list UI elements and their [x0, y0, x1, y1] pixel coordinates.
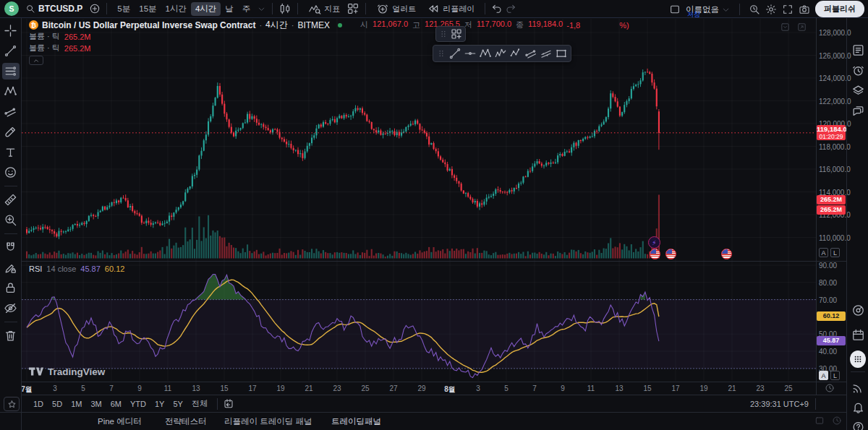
chart-style-icon[interactable] — [278, 2, 292, 15]
us-flag-event-sticker[interactable] — [665, 249, 676, 259]
snapshot-camera-icon[interactable] — [799, 4, 810, 15]
objects-grid-icon[interactable] — [450, 27, 463, 40]
interval-label[interactable]: 4시간 — [265, 19, 288, 31]
compare-add-icon[interactable] — [89, 3, 101, 14]
multi-lines-tool[interactable] — [2, 63, 20, 79]
legend-collapse-button[interactable] — [29, 56, 43, 65]
scale-log-button[interactable]: L — [830, 371, 840, 380]
parallel-channel-tool[interactable] — [2, 103, 20, 120]
redo-icon[interactable] — [505, 3, 516, 14]
timeframe-15분[interactable]: 15분 — [135, 2, 161, 16]
calendar-button[interactable] — [850, 327, 866, 343]
quick-search-icon[interactable] — [749, 4, 760, 15]
tab-replay-trading-panel[interactable]: 리플레이 트레이딩 패널 — [224, 416, 312, 427]
publish-button[interactable]: 퍼블리쉬 — [815, 1, 864, 17]
range-6M-button[interactable]: 6M — [106, 397, 126, 410]
floating-drawing-toolbar[interactable] — [433, 45, 571, 62]
drag-handle-icon[interactable] — [436, 47, 446, 60]
crosshair-tool[interactable] — [2, 22, 20, 39]
indicator-templates-icon[interactable] — [346, 2, 359, 15]
remove-drawings-tool[interactable] — [2, 327, 20, 344]
undo-icon[interactable] — [491, 3, 503, 14]
account-avatar[interactable]: S — [4, 1, 19, 16]
us-flag-event-sticker[interactable] — [650, 249, 660, 259]
settings-gear-icon[interactable] — [765, 4, 777, 15]
ruler-tool[interactable] — [2, 192, 20, 208]
range-1Y-button[interactable]: 1Y — [150, 397, 169, 410]
floating-mini-toolbar[interactable] — [435, 26, 466, 42]
symbol-title[interactable]: Bitcoin / US Dollar Perpetual Inverse Sw… — [42, 20, 255, 30]
rsi-legend[interactable]: RSI 14 close 45.87 60.12 — [29, 265, 124, 273]
market-status-dot[interactable] — [338, 23, 342, 27]
tab-strategy-tester[interactable]: 전략테스터 — [165, 416, 207, 427]
timeframe-날[interactable]: 날 — [221, 2, 238, 16]
watchlist-button[interactable] — [850, 42, 866, 58]
range-5D-button[interactable]: 5D — [48, 397, 67, 410]
range-3M-button[interactable]: 3M — [86, 397, 106, 410]
volume-legend-row[interactable]: 볼륨 · 틱 265.2M — [29, 31, 629, 42]
timezone-corner[interactable] — [825, 383, 835, 395]
magnet-tool[interactable] — [2, 239, 20, 256]
scale-log-button[interactable]: L — [830, 248, 840, 257]
tab-pine-editor[interactable]: Pine 에디터 — [98, 416, 142, 427]
lock-all-tool[interactable] — [2, 280, 20, 296]
history-clock-icon[interactable] — [832, 416, 842, 426]
timeframe-주[interactable]: 주 — [238, 2, 255, 16]
alert-button[interactable]: 얼러트 — [372, 1, 420, 17]
ideas-button[interactable] — [850, 302, 866, 318]
scale-auto-button[interactable]: A — [819, 248, 828, 257]
trendline-tool[interactable] — [2, 43, 20, 59]
xabcd-tool-icon[interactable] — [479, 47, 492, 60]
text-tool[interactable] — [2, 144, 20, 160]
range-5Y-button[interactable]: 5Y — [169, 397, 187, 410]
xabcd-pattern-tool[interactable] — [2, 83, 20, 100]
timeframe-5분[interactable]: 5분 — [113, 2, 135, 16]
timeframe-1시간[interactable]: 1시간 — [161, 2, 191, 16]
horizontal-line-tool-icon[interactable] — [464, 47, 477, 60]
time-axis[interactable]: 7월3579111315171921232527298월357911131517… — [22, 382, 846, 395]
channel-tool-icon[interactable] — [524, 47, 537, 60]
rectangle-tool-icon[interactable] — [555, 47, 568, 60]
timeframe-4시간[interactable]: 4시간 — [191, 2, 221, 16]
pane-separator[interactable] — [22, 261, 846, 262]
alerts-button[interactable] — [850, 62, 866, 78]
price-axis[interactable]: 128,000.0126,000.0124,000.0122,000.0120,… — [816, 18, 846, 395]
us-flag-event-sticker[interactable] — [721, 249, 732, 259]
object-tree-button[interactable] — [850, 82, 866, 98]
abc-pattern-tool-icon[interactable] — [509, 47, 522, 60]
apps-button[interactable] — [850, 351, 866, 367]
timeframe-more-icon[interactable] — [257, 4, 266, 14]
chart-canvas[interactable] — [22, 18, 816, 395]
range-YTD-button[interactable]: YTD — [126, 397, 150, 410]
trendline-tool-icon[interactable] — [448, 47, 461, 60]
brush-tool[interactable] — [2, 124, 20, 140]
zoom-in-tool[interactable] — [2, 212, 20, 228]
go-to-date-icon[interactable] — [223, 398, 234, 410]
symbol-search-button[interactable]: BTCUSD.P — [21, 2, 87, 15]
replay-button[interactable]: 리플레이 — [422, 1, 479, 17]
zap-event-sticker[interactable]: ⚡ — [648, 236, 660, 249]
chat-button[interactable] — [850, 103, 866, 119]
drawing-lock-tool[interactable] — [2, 259, 20, 276]
scale-auto-button[interactable]: A — [819, 371, 828, 380]
indicators-button[interactable]: 지표 — [304, 1, 344, 17]
range-전체-button[interactable]: 전체 — [187, 396, 212, 411]
notifications-button[interactable] — [850, 399, 866, 415]
clock-label[interactable]: 23:39:31 UTC+9 — [750, 400, 809, 408]
maximize-pane-icon[interactable] — [796, 22, 807, 33]
restore-panel-icon[interactable] — [814, 416, 825, 426]
tab-trading-panel[interactable]: 트레이딩패널 — [331, 416, 381, 427]
range-1D-button[interactable]: 1D — [29, 397, 48, 410]
emoji-tool[interactable] — [2, 164, 20, 181]
layout-icon[interactable] — [669, 4, 681, 15]
range-1M-button[interactable]: 1M — [67, 397, 86, 410]
layout-name-menu[interactable]: 이름없음 저장 — [686, 0, 731, 18]
streams-button[interactable] — [850, 379, 866, 395]
collapse-pane-icon[interactable] — [780, 22, 791, 33]
save-link[interactable]: 저장 — [687, 10, 700, 20]
hide-drawings-tool[interactable] — [2, 300, 20, 317]
elliott-wave-tool-icon[interactable] — [494, 47, 507, 60]
flat-channel-tool-icon[interactable] — [540, 47, 553, 60]
help-button[interactable] — [850, 418, 866, 430]
drag-handle-icon[interactable] — [438, 27, 448, 40]
